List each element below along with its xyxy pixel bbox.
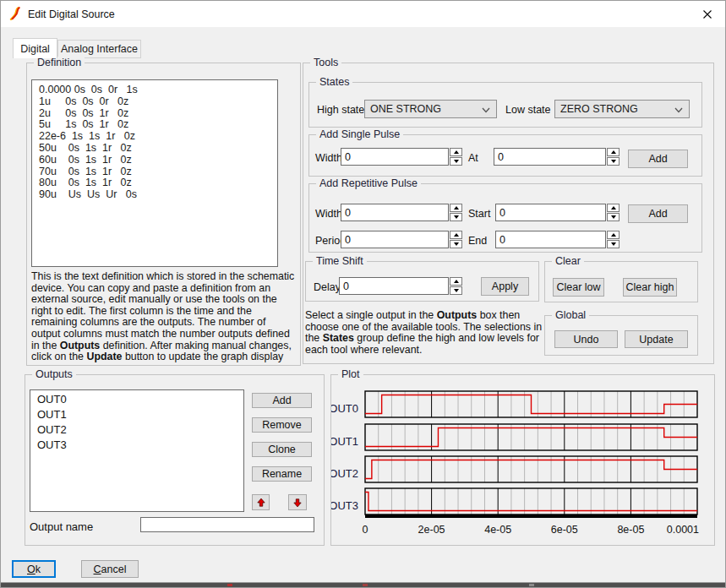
window-title: Edit Digital Source [28,8,115,20]
taskbar-sliver [1,582,725,587]
rep-start-input[interactable] [495,204,606,221]
spin-down-icon[interactable] [450,213,462,221]
app-logo-icon [9,7,23,20]
delay-label: Delay [314,281,341,293]
svg-text:0: 0 [363,524,368,536]
move-up-button[interactable] [252,494,270,510]
tab-analog-label: Analog Interface [61,43,138,55]
list-item[interactable]: OUT0 [30,392,243,407]
svg-text:2e-05: 2e-05 [418,524,445,536]
spin-up-icon[interactable] [607,231,620,239]
chevron-down-icon [482,107,490,113]
spin-down-icon[interactable] [607,213,620,221]
clear-low-button[interactable]: Clear low [553,278,604,297]
states-legend: States [316,76,352,88]
spin-up-icon[interactable] [450,277,462,286]
delay-input[interactable] [339,277,449,295]
update-button[interactable]: Update [625,330,688,348]
title-bar: Edit Digital Source [1,1,725,27]
move-down-button[interactable] [288,494,307,510]
low-state-combobox[interactable]: ZERO STRONG [554,100,690,118]
apply-button[interactable]: Apply [481,277,529,296]
rep-end-spinner [607,231,620,248]
spin-up-icon[interactable] [607,148,620,156]
list-item[interactable]: OUT1 [30,407,243,422]
tools-help-text: Select a single output in the Outputs bo… [305,310,543,356]
list-item[interactable]: OUT2 [30,422,243,438]
rep-start-label: Start [468,208,490,220]
delay-spinner [450,277,462,295]
edit-digital-source-dialog: Edit Digital Source Digital Analog Inter… [0,0,726,588]
low-state-label: Low state [505,104,551,116]
svg-text:4e-05: 4e-05 [484,524,511,536]
plot-canvas: OUT0OUT1OUT2OUT302e-054e-056e-058e-050.0… [331,375,714,548]
tab-digital-label: Digital [20,43,50,55]
output-name-input[interactable] [140,517,314,532]
spin-up-icon[interactable] [450,204,462,212]
single-pulse-add-button[interactable]: Add [628,150,688,168]
red-arrow-up-icon [255,497,267,509]
high-state-value: ONE STRONG [370,103,441,115]
spin-down-icon[interactable] [450,286,462,295]
time-shift-legend: Time Shift [313,255,367,267]
svg-text:6e-05: 6e-05 [551,524,578,536]
spin-up-icon[interactable] [450,148,462,156]
ok-button[interactable]: Ok [12,560,56,578]
svg-text:OUT3: OUT3 [331,499,358,512]
list-item[interactable]: OUT3 [30,438,243,453]
clear-high-button[interactable]: Clear high [623,278,677,297]
definition-textarea[interactable]: 0.0000 0s 0s 0r 1s 1u 0s 0s 0r 0z 2u 0s … [31,79,278,267]
svg-text:8e-05: 8e-05 [617,524,644,536]
plot-group: Plot OUT0OUT1OUT2OUT302e-054e-056e-058e-… [330,374,715,546]
single-at-input[interactable] [494,148,606,166]
rep-width-label: Width [315,208,342,220]
rep-end-input[interactable] [495,231,606,248]
single-pulse-legend: Add Single Pulse [316,128,403,140]
spin-down-icon[interactable] [607,157,620,166]
spin-down-icon[interactable] [607,240,620,248]
global-legend: Global [552,309,589,321]
clear-legend: Clear [552,255,584,267]
single-width-input[interactable] [341,148,449,166]
single-width-spinner [450,148,462,166]
clone-output-button[interactable]: Clone [252,442,312,457]
spin-down-icon[interactable] [450,157,462,166]
remove-output-button[interactable]: Remove [252,417,312,433]
low-state-value: ZERO STRONG [560,103,638,115]
spin-down-icon[interactable] [450,240,462,248]
rep-width-input[interactable] [341,204,449,221]
single-at-spinner [607,148,620,166]
rep-period-input[interactable] [341,231,449,248]
red-arrow-down-icon [292,497,303,509]
undo-button[interactable]: Undo [554,330,618,348]
outputs-legend: Outputs [32,368,76,380]
spin-up-icon[interactable] [450,231,462,239]
svg-text:0.0001: 0.0001 [667,524,699,536]
output-name-label: Output name [30,520,93,533]
single-width-label: Width [315,152,342,164]
outputs-listbox[interactable]: OUT0OUT1OUT2OUT3 [30,389,244,512]
tab-digital[interactable]: Digital [13,38,57,58]
definition-legend: Definition [34,57,85,68]
cancel-button[interactable]: Cancel [81,560,139,578]
repetitive-pulse-legend: Add Repetitive Pulse [316,177,421,189]
svg-text:OUT1: OUT1 [331,435,358,448]
close-icon [702,9,712,19]
tab-analog-interface[interactable]: Analog Interface [57,40,141,58]
single-at-label: At [468,152,478,164]
cancel-label: C [94,564,101,575]
spin-up-icon[interactable] [607,204,620,212]
repetitive-pulse-add-button[interactable]: Add [628,204,688,223]
chevron-down-icon [674,107,683,113]
close-button[interactable] [696,5,718,23]
rep-width-spinner [450,204,462,221]
svg-text:OUT0: OUT0 [331,402,358,415]
definition-help-text: This is the text definition which is sto… [31,271,297,363]
high-state-combobox[interactable]: ONE STRONG [364,100,497,118]
ok-label: O [27,564,35,575]
add-output-button[interactable]: Add [252,393,312,408]
rename-output-button[interactable]: Rename [252,466,312,482]
tools-legend: Tools [310,57,341,68]
rep-period-spinner [450,231,462,248]
cancel-label-rest: ancel [101,564,127,575]
